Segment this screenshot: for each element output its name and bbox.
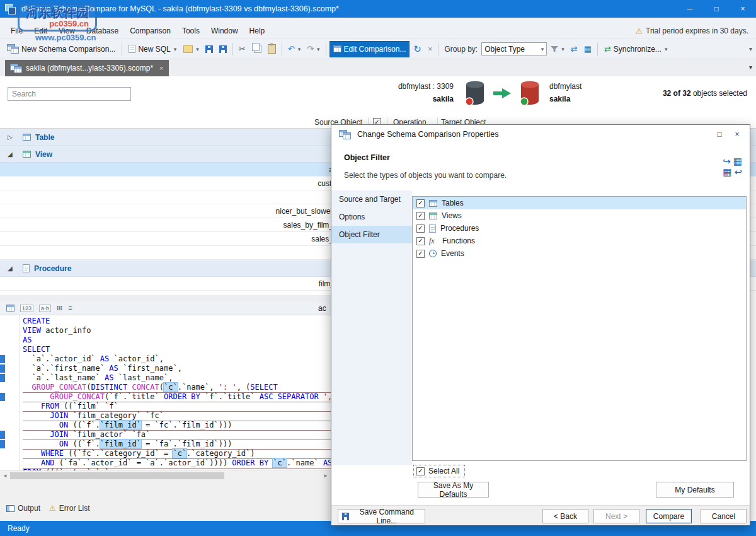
tab-close-icon[interactable]: ×: [159, 64, 163, 72]
checkbox-checked[interactable]: ✓: [416, 250, 425, 258]
checkbox-checked[interactable]: ✓: [416, 212, 425, 220]
change-marker: [0, 440, 5, 448]
group-by-select[interactable]: Object Type ▾: [481, 42, 547, 55]
sql-difference-editor[interactable]: CREATEVIEW actor_infoASSELECT `a`.`actor…: [0, 315, 331, 470]
tab-error-list[interactable]: ⚠ Error List: [49, 504, 89, 513]
tab-overflow-button[interactable]: ▾: [749, 64, 752, 71]
checkbox-checked[interactable]: ✓: [416, 224, 425, 233]
my-defaults-button[interactable]: My Defaults: [656, 482, 734, 498]
schema-grid-icon[interactable]: ▦: [723, 167, 731, 177]
save-all-button[interactable]: [217, 42, 229, 57]
menu-item-view[interactable]: View: [53, 25, 81, 37]
cut-button[interactable]: ✂: [236, 42, 248, 57]
menu-item-comparison[interactable]: Comparison: [124, 25, 176, 37]
dialog-title: Change Schema Comparison Properties: [357, 130, 498, 139]
menu-item-tools[interactable]: Tools: [176, 25, 205, 37]
dialog-nav-options[interactable]: Options: [331, 208, 412, 226]
object-type-row[interactable]: ✓Events: [413, 247, 746, 260]
search-input[interactable]: [8, 87, 131, 101]
editor-horizontal-scrollbar[interactable]: ◄ ►: [0, 470, 331, 481]
dropdown-icon[interactable]: ▾: [298, 46, 301, 52]
object-type-row[interactable]: ✓Tables: [413, 197, 746, 209]
checkbox-checked[interactable]: ✓: [416, 199, 425, 207]
schema-grid-icon[interactable]: ▦: [733, 156, 742, 166]
word-compare-icon[interactable]: a·b: [39, 305, 51, 312]
refresh-button[interactable]: ↻: [411, 42, 424, 57]
scrollbar-thumb[interactable]: [10, 472, 224, 479]
open-button[interactable]: ▾: [181, 42, 202, 57]
dialog-titlebar[interactable]: Change Schema Comparison Properties □ ×: [331, 125, 750, 144]
next-button[interactable]: Next >: [593, 509, 639, 523]
table-icon: [23, 134, 31, 141]
code-line: `a`.`first_name` AS `first_name`,: [23, 364, 331, 373]
menu-item-file[interactable]: File: [5, 25, 28, 37]
save-as-my-defaults-button[interactable]: Save As My Defaults: [418, 482, 489, 498]
menu-item-window[interactable]: Window: [205, 25, 244, 37]
save-button[interactable]: [203, 42, 215, 57]
object-type-row[interactable]: ✓Views: [413, 209, 746, 222]
toolbar-overflow-button[interactable]: ▾: [749, 45, 756, 52]
paste-button[interactable]: [265, 42, 278, 57]
menu-item-help[interactable]: Help: [244, 25, 271, 37]
pane-splitter[interactable]: [0, 295, 331, 301]
comparison-document-icon: [10, 64, 22, 73]
sql-code[interactable]: CREATEVIEW actor_infoASSELECT `a`.`actor…: [23, 317, 331, 470]
object-type-row[interactable]: ✓fxFunctions: [413, 235, 746, 247]
new-schema-comparison-button[interactable]: New Schema Comparison...: [4, 42, 118, 57]
save-command-line-button[interactable]: Save Command Line...: [338, 509, 425, 523]
menu-item-edit[interactable]: Edit: [28, 25, 53, 37]
export-settings-icon[interactable]: ↪: [723, 156, 731, 166]
code-line: FROM ((`film` `f`: [23, 402, 331, 411]
procedure-icon: [429, 224, 436, 233]
object-type-row[interactable]: ✓Procedures: [413, 222, 746, 235]
minimize-button[interactable]: ─: [677, 0, 703, 18]
dropdown-icon[interactable]: ▾: [665, 46, 668, 52]
layout-button[interactable]: ▦: [581, 42, 594, 57]
tab-output[interactable]: Output: [6, 504, 40, 513]
dropdown-icon[interactable]: ▾: [174, 46, 177, 52]
synchronize-button[interactable]: ⇄ Synchronize... ▾: [601, 42, 670, 57]
dialog-close-button[interactable]: ×: [728, 127, 746, 141]
dialog-nav-object-filter[interactable]: Object Filter: [331, 226, 412, 243]
scroll-left-icon[interactable]: ◄: [0, 471, 10, 481]
document-tab[interactable]: sakila (dbfmylast...ylast-3306).scomp* ×: [5, 60, 169, 76]
collapse-icon[interactable]: ◢: [8, 265, 15, 272]
dropdown-icon[interactable]: ▾: [561, 46, 564, 52]
cut-icon: ✂: [239, 45, 246, 53]
block-select-icon[interactable]: ⊞: [57, 305, 62, 312]
undo-button[interactable]: ↶▾: [285, 42, 303, 57]
expand-icon[interactable]: ▷: [8, 134, 15, 141]
back-button[interactable]: < Back: [542, 509, 588, 523]
maximize-button[interactable]: □: [703, 0, 730, 18]
copy-button[interactable]: [249, 42, 264, 57]
filter-button[interactable]: ▾: [548, 42, 567, 57]
select-all-checkbox[interactable]: ✓ Select All: [413, 465, 465, 477]
checkbox-checked[interactable]: ✓: [416, 467, 425, 475]
edit-comparison-button[interactable]: Edit Comparison...: [329, 41, 410, 57]
scroll-right-icon[interactable]: ►: [321, 471, 331, 481]
cancel-button[interactable]: Cancel: [701, 509, 747, 523]
checkbox-checked[interactable]: ✓: [416, 237, 425, 245]
compare-button[interactable]: Compare: [646, 509, 692, 523]
redo-button[interactable]: ↷▾: [304, 42, 322, 57]
code-line: `a`.`last_name` AS `last_name`,: [23, 373, 331, 383]
import-settings-icon[interactable]: ↩: [734, 167, 742, 177]
outlining-icon[interactable]: ≡: [68, 305, 72, 312]
dropdown-icon[interactable]: ▾: [317, 46, 320, 52]
menu-item-database[interactable]: Database: [81, 25, 124, 37]
ddl-view-icon[interactable]: [6, 305, 14, 312]
dropdown-icon[interactable]: ▾: [196, 46, 199, 52]
menu-items: FileEditViewDatabaseComparisonToolsWindo…: [0, 23, 270, 38]
object-type-label: Events: [441, 249, 464, 258]
dialog-nav-source-and-target[interactable]: Source and Target: [331, 190, 412, 208]
stop-comparison-button[interactable]: ×: [425, 42, 435, 57]
select-all-label: Select All: [428, 467, 459, 475]
swap-source-target-button[interactable]: ⇄: [568, 42, 580, 57]
dialog-maximize-button[interactable]: □: [711, 127, 728, 141]
dropdown-icon: ▾: [541, 46, 544, 52]
collapse-icon[interactable]: ◢: [8, 151, 15, 158]
close-button[interactable]: ×: [730, 0, 756, 18]
new-sql-button[interactable]: New SQL ▾: [125, 42, 180, 57]
line-numbers-icon[interactable]: 123: [20, 305, 33, 312]
code-line: JOIN `film_category` `fc`: [23, 411, 331, 421]
